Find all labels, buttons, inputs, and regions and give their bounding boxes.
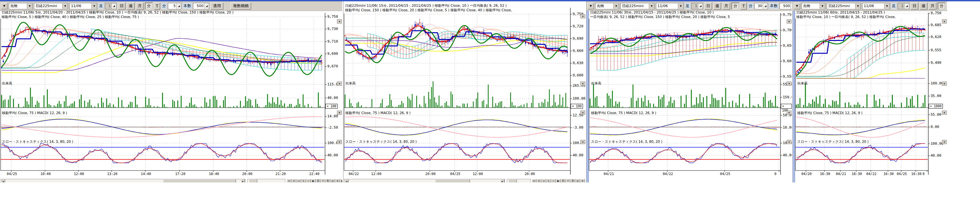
zoom-slider[interactable] (507, 179, 531, 183)
volume_ticks-tick-label: 100.00 (573, 96, 585, 101)
chart-tool-button[interactable]: B (325, 179, 330, 183)
collapse-section-icon[interactable]: ▼ (942, 140, 947, 144)
macd_ticks-tick-label: 0.00 (931, 125, 939, 129)
price_ticks-tick-label: 9,555 (931, 48, 941, 52)
collapse-section-icon[interactable]: ▼ (942, 19, 947, 24)
stoch_ticks-tick-label: 40.00 (573, 153, 583, 157)
collapse-section-icon[interactable]: ▼ (581, 110, 585, 115)
chart-tool-button[interactable]: ◎ (330, 179, 335, 183)
price_ticks-tick-label: 9,550 (783, 74, 792, 79)
chart-line (597, 46, 777, 71)
chart-line (796, 36, 925, 77)
collapse-section-icon[interactable]: ▼ (787, 110, 791, 115)
price_ticks-tick-label: 9,690 (327, 52, 338, 56)
scroll-left-icon[interactable]: ◄ (1, 179, 5, 183)
macd-section-label: 移動平均( Close, 75 ) MACD( 12, 26, 9 ) (591, 111, 656, 115)
chart-tool-button[interactable]: ＝ (551, 179, 556, 183)
time-axis-label: 16:30 (883, 172, 894, 176)
time-axis-label: 21:20 (276, 172, 286, 176)
time-axis-label: 20:00 (525, 172, 535, 176)
chart-tool-button[interactable]: ▭ (296, 179, 301, 183)
chart-tool-button[interactable]: ▣ (340, 179, 342, 183)
chart-tool-button[interactable]: ↕ (291, 179, 296, 183)
time-axis-label: 12:00 (473, 172, 483, 176)
chart-tool-button[interactable]: L (301, 179, 306, 183)
scroll-right-icon[interactable]: ► (500, 179, 504, 183)
collapse-section-icon[interactable]: ▼ (581, 140, 585, 144)
time-axis-label: 04/25 (897, 172, 907, 176)
volume-section-label: 出来高 (591, 81, 601, 86)
chart-panel-nikkei-225mini-30min: ▼先物▼日経225mini▼11/06▼足1◢日週月分T分30◢本数500◢適用… (586, 1, 792, 183)
chart-tool-button[interactable]: ✕ (580, 179, 585, 183)
collapse-section-icon[interactable]: ▼ (787, 140, 791, 144)
chart-line (590, 144, 777, 163)
chart-line (345, 144, 567, 163)
time-axis-label: 16:30 (820, 172, 830, 176)
chart-tool-button[interactable]: B (570, 179, 575, 183)
scroll-right-icon[interactable]: ► (241, 179, 245, 183)
zoom-slider-track[interactable] (248, 179, 285, 183)
stoch_ticks-tick-label: 40.00 (931, 153, 941, 158)
chart-tool-button[interactable]: D (561, 179, 566, 183)
zoom-slider-track[interactable] (507, 179, 530, 183)
chart-tool-button[interactable]: ↔ (286, 179, 291, 183)
chart-canvas[interactable] (344, 1, 585, 183)
volume_ticks-tick-label: 35.00 (931, 94, 941, 98)
chart-tool-button[interactable]: ↕ (536, 179, 541, 183)
scroll-left-icon[interactable]: ◄ (344, 179, 348, 183)
time-axis-label: 04/21 (604, 172, 614, 176)
collapse-section-icon[interactable]: ▼ (942, 82, 947, 86)
scrollbar-track[interactable] (348, 179, 500, 183)
chart-tool-button[interactable]: ◎ (575, 179, 580, 183)
time-axis-label: 16:30 (911, 172, 921, 176)
collapse-section-icon[interactable]: ▼ (337, 82, 342, 86)
collapse-section-icon[interactable]: ▼ (581, 14, 585, 18)
time-axis-label: 04/22 (866, 172, 877, 176)
chart-tool-button[interactable]: ↑ (566, 179, 570, 183)
chart-canvas[interactable] (0, 1, 342, 183)
collapse-section-icon[interactable]: ▼ (337, 19, 342, 24)
time-axis-label: 04/21 (836, 172, 846, 176)
chart-tool-button[interactable]: ▶ (556, 179, 561, 183)
chart-title-line2: 移動平均( Close, 150 ) 移動平均( Close, 20 ) 移動平… (345, 8, 512, 12)
volume-section-label: 出来高 (2, 81, 12, 86)
chart-line (2, 22, 322, 76)
zoom-slider-thumb[interactable] (508, 179, 517, 183)
scrollbar-track[interactable] (5, 179, 241, 183)
chart-canvas[interactable] (793, 1, 947, 183)
chart-tool-button[interactable]: ✕ (335, 179, 340, 183)
scrollbar-thumb[interactable] (163, 179, 236, 183)
time-axis-label: 04/25 (7, 172, 17, 176)
chart-tool-button[interactable]: ▭ (541, 179, 546, 183)
chart-title-line2: 移動平均( Close, 10 ) 一目均衡表( 9, 26, 52 ) 移動平… (796, 14, 896, 19)
chart-line (796, 144, 925, 163)
collapse-section-icon[interactable]: ▼ (942, 110, 947, 115)
time-axis-label: 12:00 (371, 172, 382, 176)
collapse-section-icon[interactable]: ▼ (787, 82, 791, 86)
volume-section-label: 出来高 (797, 81, 808, 86)
scrollbar-thumb[interactable] (435, 179, 470, 183)
chart-tool-button[interactable]: ＝ (306, 179, 311, 183)
chart-title: 日経225mini 11/06( 15分, 2011/04/15 - 2011/… (345, 3, 512, 12)
chart-tool-button[interactable]: ↔ (531, 179, 536, 183)
collapse-section-icon[interactable]: ▼ (787, 19, 791, 24)
chart-tool-button[interactable]: L (546, 179, 551, 183)
chart-line (2, 39, 322, 73)
collapse-section-icon[interactable]: ▼ (337, 140, 342, 144)
zoom-slider-thumb[interactable] (249, 179, 257, 183)
collapse-section-icon[interactable]: ▼ (337, 110, 342, 115)
horizontal-scrollbar[interactable]: ◄► (344, 179, 505, 183)
zoom-slider[interactable] (247, 179, 285, 183)
horizontal-scrollbar[interactable]: ◄► (1, 179, 245, 183)
chart-canvas[interactable] (587, 1, 792, 183)
chart-line (590, 118, 777, 137)
chart-tool-button[interactable]: ↑ (321, 179, 325, 183)
macd_ticks-tick-label: -3.00 (573, 125, 583, 129)
chart-line (345, 144, 567, 163)
chart-line (590, 29, 777, 48)
chart-title: 日経225mini 11/06( 5分, 2011/04/20 - 2011/0… (2, 10, 233, 19)
chart-tool-button[interactable]: D (316, 179, 321, 183)
price_ticks-tick-label: 9,650 (783, 44, 792, 48)
chart-tool-button[interactable]: ▶ (311, 179, 316, 183)
collapse-section-icon[interactable]: ▼ (581, 82, 585, 86)
